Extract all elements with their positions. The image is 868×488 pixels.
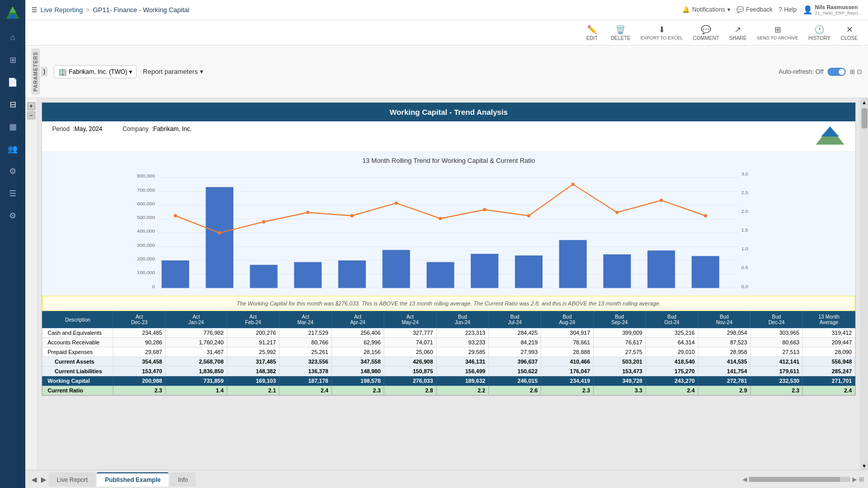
cell-value: 148,980: [332, 367, 384, 376]
svg-text:Dec-24: Dec-24: [697, 290, 714, 291]
svg-text:Dec-23: Dec-23: [168, 290, 184, 291]
scrollbar-thumb[interactable]: [861, 108, 867, 128]
cell-value: 323,556: [279, 357, 332, 367]
tab-scrollbar-thumb[interactable]: [749, 477, 840, 482]
cell-value: 25,261: [279, 347, 332, 357]
auto-refresh-toggle[interactable]: [828, 68, 846, 76]
help-btn[interactable]: ? Help: [779, 6, 797, 13]
svg-text:Aug-24: Aug-24: [521, 290, 537, 291]
tab-scrollbar-track[interactable]: [749, 477, 850, 482]
svg-text:Sep-24: Sep-24: [565, 290, 581, 291]
share-button[interactable]: ↗ SHARE: [725, 23, 751, 43]
scrollbar-track[interactable]: [860, 106, 868, 462]
svg-rect-37: [471, 254, 499, 288]
tab-scroll-right-icon[interactable]: ▶: [852, 476, 857, 483]
user-info[interactable]: 👤 Nils Rasmussen 21_Heliо_ERP_Repo...: [803, 4, 862, 16]
sidebar-item-filter[interactable]: ⊟: [3, 94, 23, 114]
cell-value: 80,663: [751, 338, 803, 347]
svg-text:2.5: 2.5: [741, 190, 749, 195]
export-button[interactable]: ⬇ EXPORT TO EXCEL: [637, 23, 687, 42]
params-panel: Parameters ⟩: [31, 49, 48, 95]
cell-value: 349,728: [593, 376, 645, 386]
comment-icon: 💬: [701, 25, 711, 34]
notifications-btn[interactable]: 🔔 Notifications ▾: [682, 6, 730, 13]
report-logo: [815, 125, 845, 147]
sidebar-item-reports[interactable]: 📄: [3, 72, 23, 92]
feedback-icon: 💬: [736, 6, 744, 13]
sidebar-item-users[interactable]: 👥: [3, 139, 23, 159]
zoom-in-button[interactable]: +: [27, 102, 35, 110]
cell-value: 410,466: [541, 357, 593, 367]
svg-text:300,000: 300,000: [137, 242, 155, 248]
col-jun24: BudJun-24: [436, 312, 488, 328]
cell-value: 2.4: [279, 386, 332, 395]
chart-container: 13 Month Rolling Trend for Working Capit…: [42, 152, 855, 296]
data-table: Description ActDec-23 ActJan-24 ActFeb-2…: [42, 311, 855, 395]
cell-value: 347,558: [332, 357, 384, 367]
svg-point-52: [571, 183, 575, 186]
cell-value: 234,485: [113, 328, 166, 338]
company-selector[interactable]: 🏢 Fabrikam, Inc. (TWO) ▾: [54, 65, 137, 78]
company-item: Company :Fabrikam, Inc.: [122, 125, 192, 132]
tab-expand-icon[interactable]: ⊞: [859, 476, 864, 483]
col-aug24: BudAug-24: [541, 312, 593, 328]
scroll-down-btn[interactable]: ▼: [860, 462, 868, 470]
report-params-button[interactable]: Report parameters ▾: [143, 68, 203, 75]
cell-value: 2.8: [384, 386, 436, 395]
cell-value: 90,286: [113, 338, 166, 347]
scroll-up-btn[interactable]: ▲: [860, 98, 868, 106]
sidebar-item-settings[interactable]: ⚙: [3, 205, 23, 226]
sidebar-item-tools[interactable]: ⚙: [3, 161, 23, 181]
tab-prev-button[interactable]: ◀: [29, 475, 39, 483]
svg-rect-2: [10, 15, 15, 19]
cell-value: 179,611: [751, 367, 803, 376]
col-feb24: ActFeb-24: [227, 312, 279, 328]
svg-text:Feb-24: Feb-24: [256, 290, 272, 291]
cell-value: 150,622: [488, 367, 541, 376]
feedback-btn[interactable]: 💬 Feedback: [736, 6, 773, 13]
close-button[interactable]: ✕ CLOSE: [837, 23, 862, 43]
tab-scroll-left-icon[interactable]: ◀: [742, 476, 747, 483]
edit-button[interactable]: ✏️ EDIT: [580, 23, 605, 43]
col-nov24: BudNov-24: [698, 312, 750, 328]
breadcrumb-home[interactable]: Live Reporting: [40, 6, 83, 14]
tab-info[interactable]: Info: [170, 472, 196, 486]
svg-text:Apr-24: Apr-24: [345, 290, 360, 291]
cell-value: 200,988: [113, 376, 166, 386]
cell-value: 503,201: [593, 357, 645, 367]
svg-rect-33: [294, 262, 322, 288]
svg-rect-31: [206, 187, 234, 288]
svg-text:0.0: 0.0: [741, 284, 749, 289]
tab-published-example[interactable]: Published Example: [97, 472, 169, 486]
cell-value: 62,996: [332, 338, 384, 347]
delete-button[interactable]: 🗑️ DELETE: [607, 23, 635, 43]
report-area[interactable]: Working Capital - Trend Analysis Period …: [37, 98, 860, 470]
cell-value: 25,992: [227, 347, 279, 357]
expand-icons[interactable]: ⊞ ⊡: [850, 68, 862, 75]
cell-value: 284,425: [488, 328, 541, 338]
collapse-params-button[interactable]: ⟩: [41, 67, 48, 76]
tab-next-button[interactable]: ▶: [39, 475, 49, 483]
sidebar-item-apps[interactable]: ☰: [3, 183, 23, 203]
cell-value: 346,131: [436, 357, 488, 367]
cell-value: 2.1: [227, 386, 279, 395]
app-logo[interactable]: [4, 4, 22, 22]
tab-live-report[interactable]: Live Report: [49, 472, 96, 486]
svg-rect-41: [647, 251, 675, 288]
svg-point-49: [439, 217, 442, 220]
history-button[interactable]: 🕐 HISTORY: [804, 23, 835, 43]
sidebar-item-analytics[interactable]: ⊞: [3, 50, 23, 70]
cell-value: 414,535: [698, 357, 750, 367]
table-row: Cash and Equivalents234,485776,982200,27…: [43, 328, 855, 338]
zoom-out-button[interactable]: −: [27, 111, 35, 119]
cell-value: 209,447: [803, 338, 855, 347]
sidebar-item-dashboard[interactable]: ▦: [3, 116, 23, 137]
svg-point-48: [395, 202, 398, 205]
sidebar-item-home[interactable]: ⌂: [3, 27, 23, 48]
send-to-archive-button[interactable]: ⊞ SEND TO ARCHIVE: [753, 23, 802, 42]
content-wrapper: + − Working Capital - Trend Analysis Per…: [25, 98, 868, 470]
cell-value: 29,687: [113, 347, 166, 357]
hamburger-icon[interactable]: ☰: [31, 6, 37, 14]
col-apr24: ActApr-24: [332, 312, 384, 328]
comment-button[interactable]: 💬 COMMENT: [689, 23, 723, 43]
